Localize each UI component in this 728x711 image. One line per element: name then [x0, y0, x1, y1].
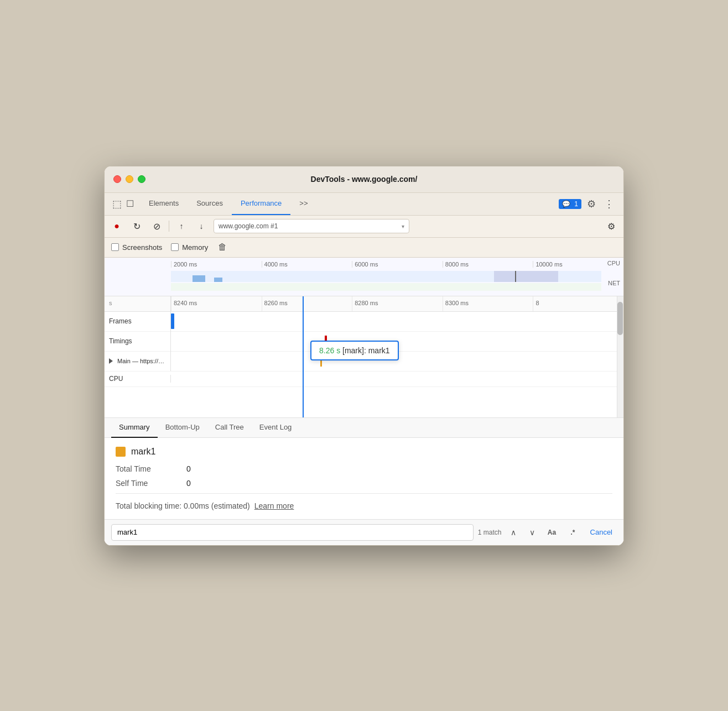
separator-1 — [169, 221, 169, 232]
traffic-lights — [113, 175, 145, 183]
more-options-icon[interactable]: ⋮ — [601, 196, 617, 212]
search-input[interactable] — [111, 524, 474, 541]
vertical-cursor-line — [303, 296, 304, 417]
devtools-window: DevTools - www.google.com/ ⬚ ☐ Elements … — [104, 166, 624, 546]
notification-badge[interactable]: 💬 1 — [559, 199, 581, 209]
memory-checkbox[interactable]: Memory — [171, 243, 208, 252]
frames-row: Frames — [105, 312, 623, 332]
frame-blue-marker — [171, 313, 174, 329]
frames-label: Frames — [105, 311, 171, 331]
timeline-cursor — [515, 271, 516, 282]
cursor-icon[interactable]: ⬚ — [111, 198, 122, 210]
selection-overlay — [494, 271, 559, 282]
tick-8000: 8000 ms — [443, 261, 533, 268]
tab-bottom-up[interactable]: Bottom-Up — [158, 418, 207, 438]
minimize-button[interactable] — [126, 175, 133, 183]
total-time-label: Total Time — [116, 464, 182, 473]
timeline-overview: 2000 ms 4000 ms 6000 ms 8000 ms 10000 ms… — [105, 258, 623, 296]
device-icon[interactable]: ☐ — [124, 198, 136, 210]
url-text: www.google.com #1 — [219, 222, 278, 230]
timings-label: Timings — [105, 331, 171, 351]
cpu-label: CPU — [607, 260, 620, 266]
performance-area: 2000 ms 4000 ms 6000 ms 8000 ms 10000 ms… — [105, 258, 623, 545]
main-toolbar: ⬚ ☐ Elements Sources Performance >> 💬 1 … — [105, 193, 623, 216]
tab-overflow[interactable]: >> — [290, 193, 316, 215]
frames-content — [171, 311, 623, 331]
main-label: Main — https://www.google.com/ — [105, 351, 171, 371]
tab-event-log[interactable]: Event Log — [252, 418, 300, 438]
search-match-count: 1 match — [478, 529, 502, 536]
record-button[interactable]: ● — [109, 218, 124, 234]
self-time-label: Self Time — [116, 479, 182, 488]
clear-button[interactable]: ⊘ — [149, 218, 164, 234]
tick-end: 8 — [533, 296, 623, 311]
close-button[interactable] — [113, 175, 121, 183]
expand-arrow-icon[interactable] — [109, 358, 113, 364]
tick-8280: 8280 ms — [352, 296, 443, 311]
case-sensitive-button[interactable]: Aa — [544, 525, 560, 540]
detail-ruler: s 8240 ms 8260 ms 8280 ms 8300 ms 8 — [105, 296, 623, 312]
total-time-row: Total Time 0 — [116, 464, 612, 473]
tooltip-mark-label: [mark]: mark1 — [342, 346, 390, 355]
url-chevron-icon: ▾ — [402, 223, 404, 229]
tooltip-box: 8.26 s [mark]: mark1 — [310, 341, 399, 360]
tab-performance[interactable]: Performance — [232, 193, 290, 215]
cpu-row: CPU — [105, 372, 623, 387]
ruler-label-col: s — [105, 296, 171, 311]
download-button[interactable]: ↓ — [194, 218, 209, 234]
url-bar[interactable]: www.google.com #1 ▾ — [214, 219, 409, 233]
ruler-ticks: 8240 ms 8260 ms 8280 ms 8300 ms 8 — [171, 296, 623, 311]
bottom-tabs: Summary Bottom-Up Call Tree Event Log — [105, 418, 623, 438]
tab-summary[interactable]: Summary — [111, 418, 158, 438]
detail-timeline: s 8240 ms 8260 ms 8280 ms 8300 ms 8 Fram… — [105, 296, 623, 418]
perf-toolbar: ● ↻ ⊘ ↑ ↓ www.google.com #1 ▾ ⚙ — [105, 216, 623, 238]
blocking-time-text: Total blocking time: 0.00ms (estimated) — [116, 501, 250, 510]
cpu-row-label: CPU — [105, 375, 171, 383]
learn-more-link[interactable]: Learn more — [254, 501, 294, 510]
mark-header: mark1 — [116, 447, 612, 457]
regex-button[interactable]: .* — [565, 525, 581, 540]
tooltip-time: 8.26 s — [319, 346, 340, 355]
window-title: DevTools - www.google.com/ — [311, 175, 418, 184]
total-time-value: 0 — [186, 464, 191, 473]
search-next-button[interactable]: ∨ — [525, 525, 539, 540]
tick-8300: 8300 ms — [443, 296, 533, 311]
cpu-bar — [171, 271, 601, 282]
mark-name: mark1 — [131, 447, 155, 457]
scrollbar-thumb[interactable] — [617, 302, 623, 335]
tick-2000: 2000 ms — [171, 261, 262, 268]
search-cancel-button[interactable]: Cancel — [586, 528, 617, 536]
tab-right-area: 💬 1 ⚙ ⋮ — [554, 196, 617, 212]
net-label: NET — [608, 280, 620, 286]
blocking-time-row: Total blocking time: 0.00ms (estimated) … — [116, 493, 612, 510]
title-bar: DevTools - www.google.com/ — [105, 166, 623, 193]
tick-8260: 8260 ms — [262, 296, 352, 311]
bottom-panel: Summary Bottom-Up Call Tree Event Log ma… — [105, 418, 623, 545]
trash-icon[interactable]: 🗑 — [217, 242, 228, 253]
tick-4000: 4000 ms — [262, 261, 352, 268]
cpu-row-content — [171, 371, 623, 386]
memory-checkbox-box[interactable] — [171, 243, 179, 251]
search-prev-button[interactable]: ∧ — [506, 525, 521, 540]
scrollbar-track[interactable] — [617, 296, 623, 417]
tab-sources[interactable]: Sources — [188, 193, 232, 215]
timeline-ruler: 2000 ms 4000 ms 6000 ms 8000 ms 10000 ms — [105, 258, 623, 268]
maximize-button[interactable] — [138, 175, 145, 183]
reload-button[interactable]: ↻ — [129, 218, 144, 234]
net-bar — [171, 283, 601, 291]
screenshots-checkbox[interactable]: Screenshots — [111, 243, 162, 252]
tick-8240: 8240 ms — [171, 296, 262, 311]
upload-button[interactable]: ↑ — [174, 218, 189, 234]
summary-content: mark1 Total Time 0 Self Time 0 Total blo… — [105, 438, 623, 519]
recording-options: Screenshots Memory 🗑 — [105, 238, 623, 258]
tab-call-tree[interactable]: Call Tree — [207, 418, 252, 438]
tick-6000: 6000 ms — [352, 261, 443, 268]
perf-settings-button[interactable]: ⚙ — [604, 218, 619, 234]
tab-elements[interactable]: Elements — [140, 193, 188, 215]
mark-color-swatch — [116, 447, 126, 457]
search-bar: 1 match ∧ ∨ Aa .* Cancel — [105, 519, 623, 545]
self-time-row: Self Time 0 — [116, 479, 612, 488]
settings-icon[interactable]: ⚙ — [584, 196, 599, 212]
self-time-value: 0 — [186, 479, 191, 488]
screenshots-checkbox-box[interactable] — [111, 243, 119, 251]
